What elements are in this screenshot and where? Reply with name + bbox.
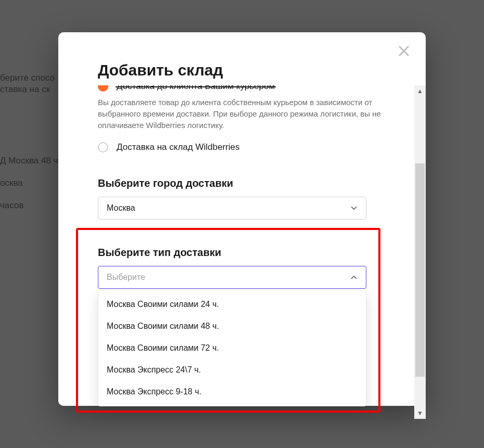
chevron-up-icon <box>349 273 359 282</box>
delivery-type-section-title: Выберите тип доставки <box>98 247 396 259</box>
modal-title: Добавить склад <box>98 61 394 79</box>
modal-header: Добавить склад <box>58 32 426 79</box>
delivery-type-select[interactable]: Выберите <box>98 266 366 289</box>
radio-unselected-icon <box>98 142 108 152</box>
delivery-type-option[interactable]: Москва Своими силами 72 ч. <box>98 337 366 359</box>
delivery-method-alt[interactable]: Доставка на склад Wildberries <box>98 142 396 152</box>
delivery-type-option[interactable]: Москва Экспресс 24\7 ч. <box>98 359 366 381</box>
modal-scroll-area: Доставка до клиента Вашим курьером Вы до… <box>58 85 426 419</box>
scroll-up-arrow-icon[interactable]: ▲ <box>414 85 426 97</box>
close-button[interactable] <box>397 44 411 58</box>
city-section-title: Выберите город доставки <box>98 177 396 189</box>
modal-body: Доставка до клиента Вашим курьером Вы до… <box>58 85 414 419</box>
modal-scrollbar[interactable]: ▲ ▼ <box>414 85 426 419</box>
city-select-value: Москва <box>107 203 135 213</box>
delivery-method-selected-desc: Вы доставляете товар до клиента собствен… <box>98 97 389 131</box>
delivery-method-alt-label: Доставка на склад Wildberries <box>117 142 239 152</box>
scroll-thumb[interactable] <box>415 163 425 377</box>
radio-selected-icon <box>98 85 108 92</box>
delivery-type-option[interactable]: Москва Своими силами 24 ч. <box>98 293 366 315</box>
close-icon <box>397 44 411 58</box>
scroll-down-arrow-icon[interactable]: ▼ <box>414 407 426 419</box>
chevron-down-icon <box>349 203 359 213</box>
delivery-method-selected[interactable]: Доставка до клиента Вашим курьером <box>98 85 396 94</box>
delivery-type-dropdown: Москва Своими силами 24 ч. Москва Своими… <box>98 290 366 406</box>
delivery-type-select-placeholder: Выберите <box>107 273 145 282</box>
city-select[interactable]: Москва <box>98 197 366 220</box>
add-warehouse-modal: Добавить склад Доставка до клиента Вашим… <box>58 32 426 406</box>
delivery-method-selected-label: Доставка до клиента Вашим курьером <box>117 85 275 92</box>
delivery-type-option[interactable]: Москва Своими силами 48 ч. <box>98 315 366 337</box>
delivery-type-option[interactable]: Москва Экспресс 9-18 ч. <box>98 381 366 403</box>
